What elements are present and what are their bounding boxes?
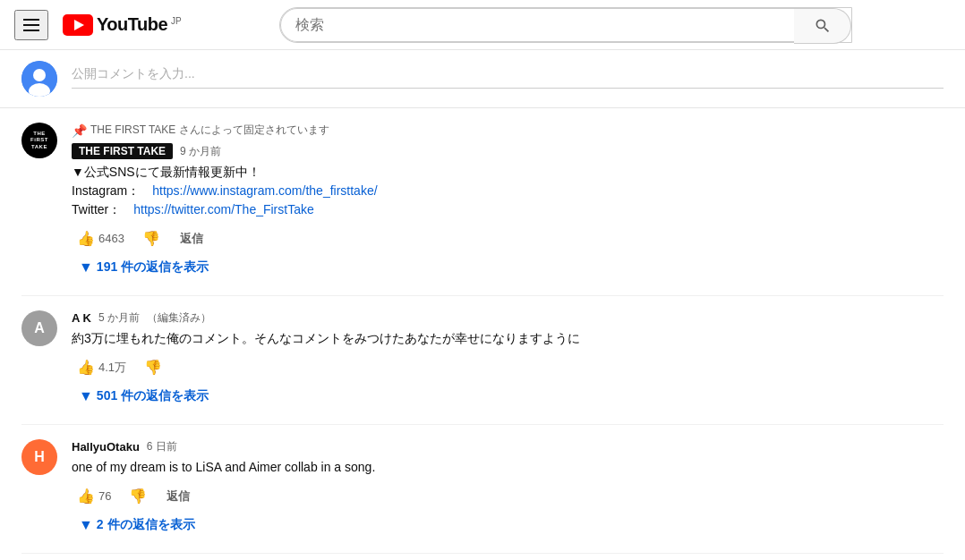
- search-area: [182, 7, 951, 43]
- like-count: 4.1万: [98, 360, 126, 376]
- replies-label: 191 件の返信を表示: [97, 259, 209, 276]
- avatar-letter: H: [34, 449, 45, 465]
- comment-time: 9 か月前: [180, 144, 221, 159]
- comment-text: one of my dream is to LiSA and Aimer col…: [72, 458, 944, 477]
- comment-actions: 👍 76 👎 返信: [72, 484, 944, 508]
- avatar-letter: A: [34, 320, 45, 336]
- pin-icon: 📌: [72, 123, 87, 138]
- pinned-badge: 📌 THE FIRST TAKE さんによって固定されています: [72, 123, 944, 138]
- comment-avatar: H: [21, 439, 57, 475]
- dislike-button[interactable]: 👎: [137, 226, 166, 250]
- menu-button[interactable]: [14, 10, 48, 40]
- comment-text: 約3万に埋もれた俺のコメント。そんなコメントをみつけたあなたが幸せになりますよう…: [72, 329, 944, 348]
- comment-item: THEFiRSTTAKE 📌 THE FIRST TAKE さんによって固定され…: [21, 108, 944, 296]
- header: YouTube JP: [0, 0, 965, 50]
- show-replies-button[interactable]: ▼ 191 件の返信を表示: [72, 254, 216, 281]
- like-icon: 👍: [77, 488, 95, 505]
- search-input[interactable]: [280, 8, 794, 42]
- comment-avatar: THEFiRSTTAKE: [21, 123, 57, 158]
- show-replies-button[interactable]: ▼ 2 件の返信を表示: [72, 512, 202, 539]
- comment-author: HallyuOtaku: [72, 440, 140, 454]
- comment-actions: 👍 4.1万 👎: [72, 355, 944, 379]
- logo-text: YouTube: [97, 14, 167, 35]
- search-icon: [814, 17, 832, 35]
- comment-item: J Jolteon Extreme 1 週間前 2:53 She made th…: [21, 554, 944, 560]
- dislike-icon: 👎: [144, 359, 162, 376]
- comment-body: HallyuOtaku 6 日前 one of my dream is to L…: [72, 439, 944, 539]
- comment-line2: Instagram： https://www.instagram.com/the…: [72, 183, 378, 198]
- like-icon: 👍: [77, 230, 95, 247]
- dislike-button[interactable]: 👎: [124, 484, 152, 508]
- svg-point-3: [33, 69, 46, 81]
- chevron-down-icon: ▼: [79, 517, 93, 533]
- comment-input[interactable]: 公開コメントを入力...: [72, 61, 944, 89]
- like-button[interactable]: 👍 76: [72, 484, 116, 508]
- reply-button[interactable]: 返信: [159, 485, 197, 508]
- youtube-icon: [63, 14, 93, 36]
- search-button[interactable]: [794, 8, 851, 44]
- comment-edited: （編集済み）: [147, 310, 211, 326]
- comment-meta: A K 5 か月前 （編集済み）: [72, 310, 944, 326]
- like-count: 6463: [98, 232, 124, 245]
- replies-label: 2 件の返信を表示: [97, 517, 195, 533]
- comment-author: A K: [72, 311, 91, 325]
- comment-meta: HallyuOtaku 6 日前: [72, 439, 944, 454]
- search-form: [279, 7, 852, 43]
- like-count: 76: [98, 489, 111, 503]
- comment-item: H HallyuOtaku 6 日前 one of my dream is to…: [21, 425, 944, 554]
- like-button[interactable]: 👍 4.1万: [72, 355, 132, 379]
- instagram-link[interactable]: https://www.instagram.com/the_firsttake/: [152, 183, 377, 198]
- show-replies-button[interactable]: ▼ 501 件の返信を表示: [72, 383, 216, 410]
- comment-time: 5 か月前: [98, 310, 140, 326]
- comment-avatar: A: [21, 310, 57, 346]
- user-avatar: [21, 61, 57, 97]
- dislike-button[interactable]: 👎: [139, 355, 167, 379]
- pinned-text: THE FIRST TAKE さんによって固定されています: [90, 123, 329, 138]
- comment-meta: THE FIRST TAKE 9 か月前: [72, 143, 944, 159]
- dislike-icon: 👎: [142, 230, 160, 247]
- comment-body: 📌 THE FIRST TAKE さんによって固定されています THE FIRS…: [72, 123, 944, 281]
- youtube-logo[interactable]: YouTube JP: [63, 14, 182, 36]
- comment-input-row: 公開コメントを入力...: [0, 50, 965, 108]
- like-button[interactable]: 👍 6463: [72, 226, 130, 250]
- comment-time: 6 日前: [147, 439, 177, 454]
- comment-text: ▼公式SNSにて最新情報更新中！ Instagram： https://www.…: [72, 163, 944, 219]
- channel-badge: THE FIRST TAKE: [72, 143, 173, 159]
- reply-button[interactable]: 返信: [173, 227, 210, 250]
- dislike-icon: 👎: [129, 488, 147, 505]
- tft-avatar-text: THEFiRSTTAKE: [30, 131, 48, 150]
- comment-line3: Twitter： https://twitter.com/The_FirstTa…: [72, 202, 314, 216]
- header-left: YouTube JP: [14, 10, 182, 40]
- twitter-link[interactable]: https://twitter.com/The_FirstTake: [133, 202, 314, 216]
- like-icon: 👍: [77, 359, 95, 376]
- comment-actions: 👍 6463 👎 返信: [72, 226, 944, 250]
- comment-section: THEFiRSTTAKE 📌 THE FIRST TAKE さんによって固定され…: [0, 108, 965, 560]
- comment-body: A K 5 か月前 （編集済み） 約3万に埋もれた俺のコメント。そんなコメントを…: [72, 310, 944, 410]
- user-avatar-icon: [21, 61, 57, 97]
- chevron-down-icon: ▼: [79, 388, 93, 404]
- replies-label: 501 件の返信を表示: [97, 388, 209, 404]
- logo-jp: JP: [171, 16, 182, 26]
- comment-line1: ▼公式SNSにて最新情報更新中！: [72, 165, 260, 179]
- chevron-down-icon: ▼: [79, 259, 93, 276]
- comment-item: A A K 5 か月前 （編集済み） 約3万に埋もれた俺のコメント。そんなコメン…: [21, 296, 944, 425]
